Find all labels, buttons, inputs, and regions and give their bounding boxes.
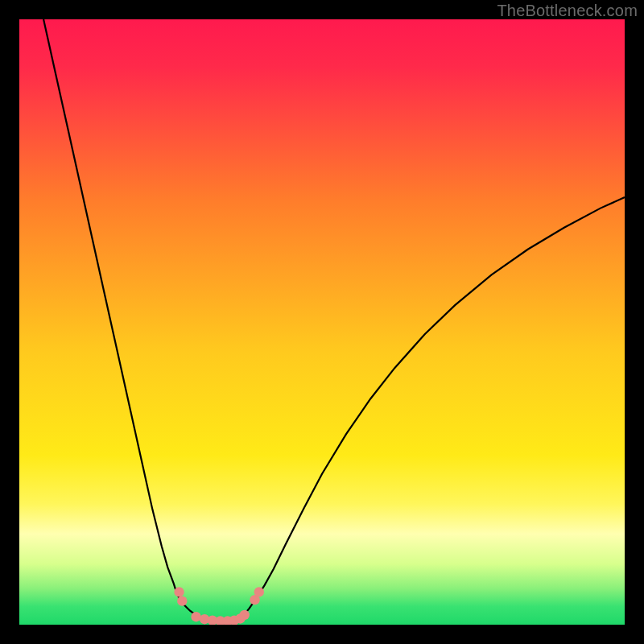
watermark-text: TheBottleneck.com — [497, 2, 638, 20]
curve-layer — [19, 19, 625, 625]
chart-frame: TheBottleneck.com — [0, 0, 644, 644]
plot-area — [19, 19, 625, 625]
left-curve — [43, 19, 233, 623]
data-marker — [191, 612, 200, 621]
right-curve — [233, 197, 625, 623]
data-marker — [177, 596, 187, 605]
data-marker — [240, 610, 250, 620]
data-marker — [254, 587, 264, 597]
data-marker — [174, 587, 184, 597]
